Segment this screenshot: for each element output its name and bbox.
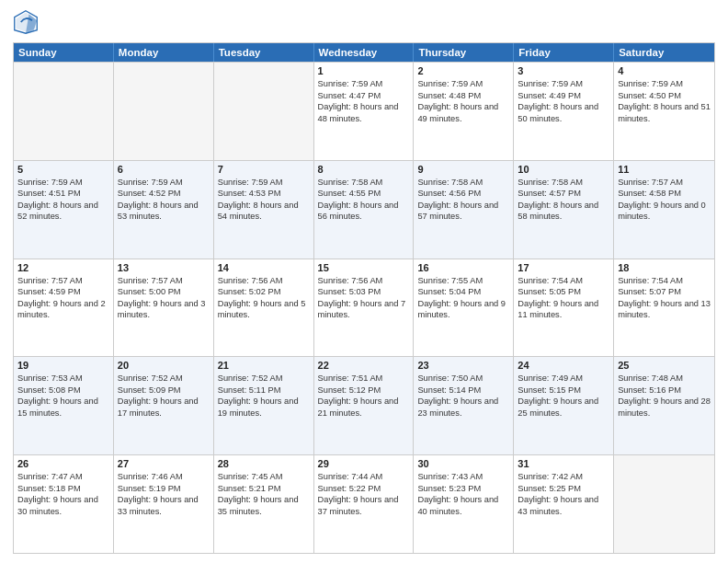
daylight-line: Daylight: 9 hours and 17 minutes. bbox=[118, 396, 210, 419]
sunrise-line: Sunrise: 7:54 AM bbox=[618, 275, 711, 287]
sunset-line: Sunset: 5:19 PM bbox=[118, 483, 210, 495]
sunrise-line: Sunrise: 7:47 AM bbox=[17, 471, 109, 483]
sunset-line: Sunset: 4:47 PM bbox=[318, 90, 410, 102]
sunrise-line: Sunrise: 7:59 AM bbox=[17, 177, 109, 189]
sunrise-line: Sunrise: 7:51 AM bbox=[318, 373, 410, 385]
sunrise-line: Sunrise: 7:58 AM bbox=[417, 177, 509, 189]
daylight-line: Daylight: 8 hours and 50 minutes. bbox=[518, 101, 609, 124]
sunrise-line: Sunrise: 7:45 AM bbox=[218, 471, 310, 483]
sunset-line: Sunset: 5:18 PM bbox=[17, 483, 109, 495]
calendar: SundayMondayTuesdayWednesdayThursdayFrid… bbox=[13, 42, 715, 554]
sunset-line: Sunset: 4:57 PM bbox=[518, 188, 609, 200]
daylight-line: Daylight: 9 hours and 11 minutes. bbox=[518, 298, 609, 321]
daylight-line: Daylight: 9 hours and 3 minutes. bbox=[118, 298, 210, 321]
sunrise-line: Sunrise: 7:46 AM bbox=[118, 471, 210, 483]
sunrise-line: Sunrise: 7:54 AM bbox=[518, 275, 609, 287]
day-number: 14 bbox=[218, 262, 310, 273]
calendar-body: 1Sunrise: 7:59 AMSunset: 4:47 PMDaylight… bbox=[14, 62, 714, 553]
weekday-header: Wednesday bbox=[314, 43, 415, 62]
sunset-line: Sunset: 5:23 PM bbox=[417, 483, 509, 495]
daylight-line: Daylight: 9 hours and 43 minutes. bbox=[518, 494, 609, 517]
sunrise-line: Sunrise: 7:50 AM bbox=[417, 373, 509, 385]
sunrise-line: Sunrise: 7:59 AM bbox=[218, 177, 310, 189]
calendar-cell bbox=[14, 63, 114, 160]
daylight-line: Daylight: 9 hours and 25 minutes. bbox=[518, 396, 609, 419]
day-number: 24 bbox=[518, 360, 609, 371]
day-number: 6 bbox=[118, 164, 210, 175]
daylight-line: Daylight: 9 hours and 21 minutes. bbox=[318, 396, 410, 419]
sunset-line: Sunset: 5:14 PM bbox=[417, 385, 509, 396]
sunset-line: Sunset: 5:09 PM bbox=[118, 385, 210, 396]
day-number: 11 bbox=[618, 164, 711, 175]
daylight-line: Daylight: 9 hours and 40 minutes. bbox=[417, 494, 509, 517]
calendar-cell: 15Sunrise: 7:56 AMSunset: 5:03 PMDayligh… bbox=[314, 259, 415, 357]
calendar-cell: 18Sunrise: 7:54 AMSunset: 5:07 PMDayligh… bbox=[614, 259, 714, 357]
sunset-line: Sunset: 5:02 PM bbox=[218, 286, 310, 298]
daylight-line: Daylight: 9 hours and 0 minutes. bbox=[618, 200, 711, 223]
sunset-line: Sunset: 5:16 PM bbox=[618, 385, 711, 396]
day-number: 18 bbox=[618, 262, 711, 273]
day-number: 17 bbox=[518, 262, 609, 273]
weekday-header: Saturday bbox=[614, 43, 714, 62]
calendar-cell: 4Sunrise: 7:59 AMSunset: 4:50 PMDaylight… bbox=[614, 63, 714, 160]
calendar-cell: 28Sunrise: 7:45 AMSunset: 5:21 PMDayligh… bbox=[214, 455, 314, 553]
calendar-cell: 20Sunrise: 7:52 AMSunset: 5:09 PMDayligh… bbox=[114, 357, 214, 454]
day-number: 23 bbox=[417, 360, 509, 371]
daylight-line: Daylight: 9 hours and 28 minutes. bbox=[618, 396, 711, 419]
calendar-cell: 9Sunrise: 7:58 AMSunset: 4:56 PMDaylight… bbox=[414, 161, 514, 259]
logo bbox=[13, 9, 42, 35]
calendar-cell: 11Sunrise: 7:57 AMSunset: 4:58 PMDayligh… bbox=[614, 161, 714, 259]
day-number: 20 bbox=[118, 360, 210, 371]
sunset-line: Sunset: 5:12 PM bbox=[318, 385, 410, 396]
calendar-cell: 14Sunrise: 7:56 AMSunset: 5:02 PMDayligh… bbox=[214, 259, 314, 357]
weekday-header: Friday bbox=[514, 43, 614, 62]
sunrise-line: Sunrise: 7:55 AM bbox=[417, 275, 509, 287]
daylight-line: Daylight: 9 hours and 35 minutes. bbox=[218, 494, 310, 517]
daylight-line: Daylight: 9 hours and 19 minutes. bbox=[218, 396, 310, 419]
calendar-cell: 23Sunrise: 7:50 AMSunset: 5:14 PMDayligh… bbox=[414, 357, 514, 454]
sunrise-line: Sunrise: 7:43 AM bbox=[417, 471, 509, 483]
calendar-cell: 2Sunrise: 7:59 AMSunset: 4:48 PMDaylight… bbox=[414, 63, 514, 160]
calendar-cell: 3Sunrise: 7:59 AMSunset: 4:49 PMDaylight… bbox=[514, 63, 614, 160]
daylight-line: Daylight: 9 hours and 37 minutes. bbox=[318, 494, 410, 517]
day-number: 29 bbox=[318, 458, 410, 469]
weekday-header: Thursday bbox=[414, 43, 514, 62]
calendar-cell: 17Sunrise: 7:54 AMSunset: 5:05 PMDayligh… bbox=[514, 259, 614, 357]
sunset-line: Sunset: 4:53 PM bbox=[218, 188, 310, 200]
daylight-line: Daylight: 8 hours and 48 minutes. bbox=[318, 101, 410, 124]
sunrise-line: Sunrise: 7:56 AM bbox=[218, 275, 310, 287]
sunset-line: Sunset: 5:15 PM bbox=[518, 385, 609, 396]
day-number: 30 bbox=[417, 458, 509, 469]
sunset-line: Sunset: 5:11 PM bbox=[218, 385, 310, 396]
daylight-line: Daylight: 9 hours and 9 minutes. bbox=[417, 298, 509, 321]
calendar-cell: 8Sunrise: 7:58 AMSunset: 4:55 PMDaylight… bbox=[314, 161, 415, 259]
sunrise-line: Sunrise: 7:57 AM bbox=[17, 275, 109, 287]
calendar-cell: 7Sunrise: 7:59 AMSunset: 4:53 PMDaylight… bbox=[214, 161, 314, 259]
sunset-line: Sunset: 5:21 PM bbox=[218, 483, 310, 495]
sunrise-line: Sunrise: 7:57 AM bbox=[118, 275, 210, 287]
daylight-line: Daylight: 8 hours and 51 minutes. bbox=[618, 101, 711, 124]
daylight-line: Daylight: 9 hours and 5 minutes. bbox=[218, 298, 310, 321]
day-number: 9 bbox=[417, 164, 509, 175]
day-number: 3 bbox=[518, 65, 609, 76]
sunset-line: Sunset: 5:03 PM bbox=[318, 286, 410, 298]
calendar-row: 12Sunrise: 7:57 AMSunset: 4:59 PMDayligh… bbox=[14, 259, 714, 357]
logo-icon bbox=[13, 9, 39, 35]
daylight-line: Daylight: 8 hours and 52 minutes. bbox=[17, 200, 109, 223]
day-number: 21 bbox=[218, 360, 310, 371]
sunrise-line: Sunrise: 7:52 AM bbox=[118, 373, 210, 385]
sunrise-line: Sunrise: 7:44 AM bbox=[318, 471, 410, 483]
sunrise-line: Sunrise: 7:42 AM bbox=[518, 471, 609, 483]
day-number: 22 bbox=[318, 360, 410, 371]
daylight-line: Daylight: 9 hours and 33 minutes. bbox=[118, 494, 210, 517]
daylight-line: Daylight: 9 hours and 30 minutes. bbox=[17, 494, 109, 517]
daylight-line: Daylight: 8 hours and 54 minutes. bbox=[218, 200, 310, 223]
sunrise-line: Sunrise: 7:59 AM bbox=[118, 177, 210, 189]
sunset-line: Sunset: 5:22 PM bbox=[318, 483, 410, 495]
calendar-cell bbox=[614, 455, 714, 553]
daylight-line: Daylight: 8 hours and 56 minutes. bbox=[318, 200, 410, 223]
sunrise-line: Sunrise: 7:48 AM bbox=[618, 373, 711, 385]
calendar-header: SundayMondayTuesdayWednesdayThursdayFrid… bbox=[14, 43, 714, 62]
sunset-line: Sunset: 5:08 PM bbox=[17, 385, 109, 396]
day-number: 13 bbox=[118, 262, 210, 273]
